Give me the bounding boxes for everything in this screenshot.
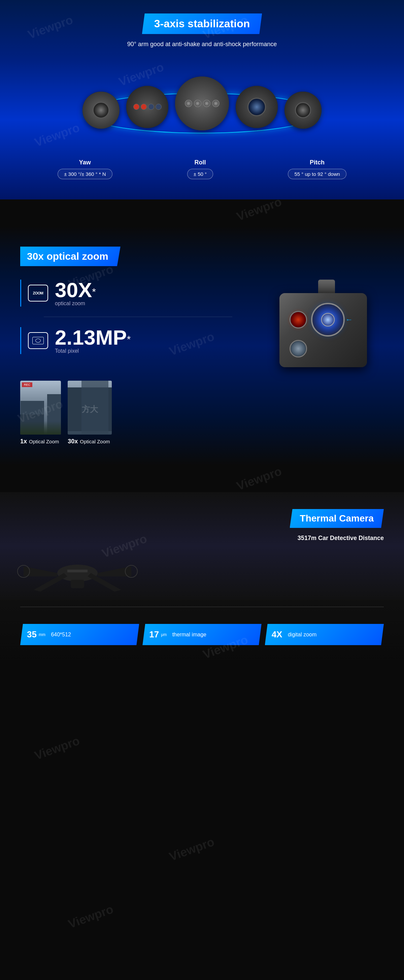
camera-5 <box>285 92 322 129</box>
zoom-compare: REC 1x Optical Zoom REC <box>20 381 384 445</box>
arrow-indicator: ← <box>345 315 353 324</box>
pitch-value: 55 ° up to 92 ° down <box>288 169 346 179</box>
zoom-camera-image: ← <box>269 280 384 367</box>
zoom-icon: ZOOM <box>28 285 48 302</box>
zoom-mp-stat: 2.13MP* Total pixel <box>20 327 256 354</box>
roll-label: Roll <box>187 159 213 166</box>
zoom-30x-value: 30X <box>55 278 92 302</box>
specs-row: Yaw ± 300 °/± 360 ° * N Roll ± 50 ° Pitc… <box>20 159 384 179</box>
zoom-section: 30x optical zoom ZOOM 30X* optical zoom <box>0 226 404 465</box>
lens-red <box>290 311 307 328</box>
zoom-30x-multiplier: 30x <box>68 438 78 445</box>
drone-svg <box>13 533 141 600</box>
zoom-stats: ZOOM 30X* optical zoom 2.13MP* <box>20 280 256 354</box>
thermal-section: Thermal Camera 3517m Car Detective Dista… <box>0 492 404 665</box>
lens-big: ← <box>311 303 345 337</box>
zoom-30x-container: REC 方大 30x Optical Zoom <box>68 381 112 445</box>
zoom-30x-stat: ZOOM 30X* optical zoom <box>20 280 256 307</box>
bottom-padding <box>0 665 404 706</box>
thermal-divider <box>20 607 384 607</box>
zoom-30x-image: REC 方大 <box>68 381 112 434</box>
camera-3d: ← <box>279 280 374 367</box>
roll-spec: Roll ± 50 ° <box>187 159 213 179</box>
chip-3-value: 4X <box>272 629 282 640</box>
zoom-1x-text: Optical Zoom <box>29 439 59 444</box>
zoom-mp-value: 2.13MP <box>55 326 127 349</box>
chip-1-detail: 640*512 <box>51 632 71 638</box>
thermal-title-area: Thermal Camera 3517m Car Detective Dista… <box>290 509 384 542</box>
thermal-chip-3: 4X digital zoom <box>265 624 384 645</box>
svg-rect-4 <box>71 580 84 588</box>
camera-4 <box>236 86 278 128</box>
building-zoom-right <box>81 381 108 434</box>
chip-2-value: 17 <box>149 629 159 640</box>
svg-point-0 <box>57 565 98 581</box>
mp-icon <box>28 332 48 349</box>
zoom-star-2: * <box>127 334 131 345</box>
stat-divider <box>44 317 232 317</box>
chip-2-detail: thermal image <box>173 632 206 638</box>
cameras-display <box>20 58 384 152</box>
camera-2 <box>126 86 168 128</box>
thermal-subtitle: 3517m Car Detective Distance <box>290 535 384 542</box>
camera-3d-container: ← <box>279 280 374 367</box>
camera-1 <box>82 92 119 129</box>
stabilization-title: 3-axis stabilization <box>142 13 262 34</box>
stabilization-section: 3-axis stabilization 90° arm good at ant… <box>0 0 404 199</box>
pitch-spec: Pitch 55 ° up to 92 ° down <box>288 159 346 179</box>
zoom-1x-multiplier: 1x <box>20 438 27 445</box>
chip-1-unit: mm <box>39 632 46 637</box>
zoom-30x-number: 30X* <box>55 280 96 301</box>
zoom-title: 30x optical zoom <box>20 247 120 266</box>
drone-area: Thermal Camera 3517m Car Detective Dista… <box>0 492 404 600</box>
zoom-1x-container: REC 1x Optical Zoom <box>20 381 61 445</box>
chip-1-value: 35 <box>27 629 37 640</box>
lens-row-1: ← <box>290 303 360 337</box>
camera-main-body: ← <box>279 293 367 367</box>
thermal-title: Thermal Camera <box>290 509 384 528</box>
mp-icon-inner <box>32 337 44 344</box>
zoom-mp-info: 2.13MP* Total pixel <box>55 327 131 354</box>
zoom-icon-label: ZOOM <box>33 291 43 295</box>
svg-rect-1 <box>67 570 87 573</box>
zoom-1x-hud: REC <box>22 382 32 387</box>
watermark-12: Viewpro <box>33 733 81 763</box>
watermark-13: Viewpro <box>167 834 216 864</box>
yaw-spec: Yaw ± 300 °/± 360 ° * N <box>57 159 112 179</box>
thermal-chip-1: 35mm 640*512 <box>20 624 139 645</box>
gap-2 <box>0 465 404 492</box>
lens-big-inner <box>321 313 335 326</box>
yaw-label: Yaw <box>57 159 112 166</box>
lens-array: ← <box>279 293 367 367</box>
zoom-30x-label: 30x Optical Zoom <box>68 438 112 445</box>
zoom-content: ZOOM 30X* optical zoom 2.13MP* <box>20 280 384 367</box>
watermark-14: Viewpro <box>67 902 115 931</box>
roll-value: ± 50 ° <box>187 169 213 179</box>
trees-area <box>20 421 61 434</box>
zoom-1x-image: REC <box>20 381 61 434</box>
yaw-value: ± 300 °/± 360 ° * N <box>57 169 112 179</box>
zoom-30x-info: 30X* optical zoom <box>55 280 96 307</box>
zoom-1x-label: 1x Optical Zoom <box>20 438 61 445</box>
lens-row-2 <box>290 340 360 358</box>
camera-center <box>175 76 229 130</box>
gap-1 <box>0 199 404 226</box>
zoom-30x-text: Optical Zoom <box>80 439 110 444</box>
chip-2-unit: μm <box>161 632 166 637</box>
zoom-star-1: * <box>92 286 96 297</box>
zoom-mp-number: 2.13MP* <box>55 327 131 348</box>
chip-3-detail: digital zoom <box>288 632 317 638</box>
stabilization-subtitle: 90° arm good at anti-shake and anti-shoc… <box>20 41 384 48</box>
lens-gray <box>290 340 307 358</box>
thermal-chip-2: 17μm thermal image <box>143 624 261 645</box>
pitch-label: Pitch <box>288 159 346 166</box>
thermal-chips-row: 35mm 640*512 17μm thermal image 4X digit… <box>0 614 404 645</box>
